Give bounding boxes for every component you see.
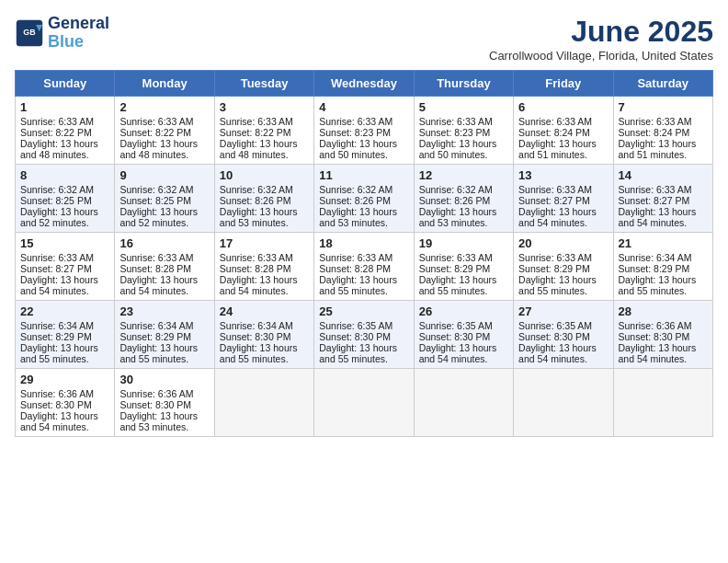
- month-title: June 2025: [489, 15, 713, 49]
- day-number: 14: [619, 168, 708, 182]
- day-number: 29: [20, 373, 109, 386]
- day-info: Sunrise: 6:33 AM Sunset: 8:23 PM Dayligh…: [419, 116, 508, 160]
- day-number: 12: [419, 168, 508, 182]
- calendar-cell: 25Sunrise: 6:35 AM Sunset: 8:30 PM Dayli…: [314, 301, 414, 369]
- logo-text-line1: General: [48, 15, 109, 33]
- logo-text-line2: Blue: [48, 33, 109, 52]
- day-info: Sunrise: 6:32 AM Sunset: 8:26 PM Dayligh…: [220, 184, 309, 228]
- calendar-cell: 27Sunrise: 6:35 AM Sunset: 8:30 PM Dayli…: [514, 301, 613, 369]
- calendar-cell: 6Sunrise: 6:33 AM Sunset: 8:24 PM Daylig…: [514, 97, 613, 165]
- calendar-cell: 21Sunrise: 6:34 AM Sunset: 8:29 PM Dayli…: [613, 233, 712, 301]
- calendar-cell: 19Sunrise: 6:33 AM Sunset: 8:29 PM Dayli…: [414, 233, 513, 301]
- day-number: 11: [319, 168, 408, 182]
- calendar-week-3: 15Sunrise: 6:33 AM Sunset: 8:27 PM Dayli…: [16, 233, 713, 301]
- calendar-cell: 8Sunrise: 6:32 AM Sunset: 8:25 PM Daylig…: [16, 165, 115, 233]
- day-number: 13: [518, 168, 608, 182]
- day-info: Sunrise: 6:35 AM Sunset: 8:30 PM Dayligh…: [319, 320, 408, 364]
- calendar-cell: [314, 369, 414, 437]
- calendar-cell: 7Sunrise: 6:33 AM Sunset: 8:24 PM Daylig…: [613, 97, 712, 165]
- calendar-table: SundayMondayTuesdayWednesdayThursdayFrid…: [15, 70, 713, 437]
- day-number: 17: [220, 236, 309, 250]
- calendar-cell: 28Sunrise: 6:36 AM Sunset: 8:30 PM Dayli…: [613, 301, 712, 369]
- weekday-header-tuesday: Tuesday: [214, 71, 313, 97]
- day-info: Sunrise: 6:33 AM Sunset: 8:29 PM Dayligh…: [518, 252, 608, 296]
- page-header: GB General Blue June 2025 Carrollwood Vi…: [15, 15, 713, 63]
- calendar-cell: 16Sunrise: 6:33 AM Sunset: 8:28 PM Dayli…: [115, 233, 214, 301]
- day-info: Sunrise: 6:33 AM Sunset: 8:28 PM Dayligh…: [319, 252, 408, 296]
- day-info: Sunrise: 6:33 AM Sunset: 8:22 PM Dayligh…: [119, 116, 209, 160]
- day-number: 22: [20, 304, 109, 318]
- weekday-header-friday: Friday: [514, 71, 613, 97]
- calendar-cell: [214, 369, 313, 437]
- calendar-cell: 11Sunrise: 6:32 AM Sunset: 8:26 PM Dayli…: [314, 165, 414, 233]
- day-number: 5: [419, 100, 508, 114]
- day-info: Sunrise: 6:33 AM Sunset: 8:23 PM Dayligh…: [319, 116, 408, 160]
- day-number: 23: [119, 304, 209, 318]
- day-info: Sunrise: 6:36 AM Sunset: 8:30 PM Dayligh…: [619, 320, 708, 364]
- day-number: 16: [119, 236, 209, 250]
- calendar-week-5: 29Sunrise: 6:36 AM Sunset: 8:30 PM Dayli…: [16, 369, 713, 437]
- calendar-cell: 20Sunrise: 6:33 AM Sunset: 8:29 PM Dayli…: [514, 233, 613, 301]
- calendar-cell: 1Sunrise: 6:33 AM Sunset: 8:22 PM Daylig…: [16, 97, 115, 165]
- day-info: Sunrise: 6:32 AM Sunset: 8:26 PM Dayligh…: [319, 184, 408, 228]
- day-number: 25: [319, 304, 408, 318]
- calendar-week-2: 8Sunrise: 6:32 AM Sunset: 8:25 PM Daylig…: [16, 165, 713, 233]
- calendar-cell: 23Sunrise: 6:34 AM Sunset: 8:29 PM Dayli…: [115, 301, 214, 369]
- day-info: Sunrise: 6:32 AM Sunset: 8:25 PM Dayligh…: [119, 184, 209, 228]
- day-number: 4: [319, 100, 408, 114]
- day-info: Sunrise: 6:34 AM Sunset: 8:29 PM Dayligh…: [20, 320, 109, 364]
- day-info: Sunrise: 6:33 AM Sunset: 8:24 PM Dayligh…: [619, 116, 708, 160]
- day-info: Sunrise: 6:33 AM Sunset: 8:28 PM Dayligh…: [119, 252, 209, 296]
- calendar-cell: [514, 369, 613, 437]
- calendar-cell: 14Sunrise: 6:33 AM Sunset: 8:27 PM Dayli…: [613, 165, 712, 233]
- day-info: Sunrise: 6:33 AM Sunset: 8:24 PM Dayligh…: [518, 116, 608, 160]
- day-number: 26: [419, 304, 508, 318]
- day-number: 6: [518, 100, 608, 114]
- day-number: 27: [518, 304, 608, 318]
- calendar-cell: 26Sunrise: 6:35 AM Sunset: 8:30 PM Dayli…: [414, 301, 513, 369]
- day-number: 7: [619, 100, 708, 114]
- calendar-cell: 24Sunrise: 6:34 AM Sunset: 8:30 PM Dayli…: [214, 301, 313, 369]
- day-number: 2: [119, 100, 209, 114]
- calendar-cell: 29Sunrise: 6:36 AM Sunset: 8:30 PM Dayli…: [16, 369, 115, 437]
- calendar-cell: 9Sunrise: 6:32 AM Sunset: 8:25 PM Daylig…: [115, 165, 214, 233]
- calendar-cell: 2Sunrise: 6:33 AM Sunset: 8:22 PM Daylig…: [115, 97, 214, 165]
- day-number: 15: [20, 236, 109, 250]
- day-info: Sunrise: 6:36 AM Sunset: 8:30 PM Dayligh…: [20, 388, 109, 432]
- calendar-cell: 17Sunrise: 6:33 AM Sunset: 8:28 PM Dayli…: [214, 233, 313, 301]
- calendar-cell: 10Sunrise: 6:32 AM Sunset: 8:26 PM Dayli…: [214, 165, 313, 233]
- day-info: Sunrise: 6:33 AM Sunset: 8:22 PM Dayligh…: [20, 116, 109, 160]
- day-info: Sunrise: 6:33 AM Sunset: 8:28 PM Dayligh…: [220, 252, 309, 296]
- calendar-cell: 22Sunrise: 6:34 AM Sunset: 8:29 PM Dayli…: [16, 301, 115, 369]
- calendar-cell: 5Sunrise: 6:33 AM Sunset: 8:23 PM Daylig…: [414, 97, 513, 165]
- day-info: Sunrise: 6:35 AM Sunset: 8:30 PM Dayligh…: [419, 320, 508, 364]
- logo: GB General Blue: [15, 15, 109, 52]
- calendar-cell: 30Sunrise: 6:36 AM Sunset: 8:30 PM Dayli…: [115, 369, 214, 437]
- calendar-cell: 13Sunrise: 6:33 AM Sunset: 8:27 PM Dayli…: [514, 165, 613, 233]
- day-number: 19: [419, 236, 508, 250]
- day-number: 24: [220, 304, 309, 318]
- day-info: Sunrise: 6:35 AM Sunset: 8:30 PM Dayligh…: [518, 320, 608, 364]
- calendar-cell: 4Sunrise: 6:33 AM Sunset: 8:23 PM Daylig…: [314, 97, 414, 165]
- day-info: Sunrise: 6:34 AM Sunset: 8:29 PM Dayligh…: [619, 252, 708, 296]
- title-block: June 2025 Carrollwood Village, Florida, …: [489, 15, 713, 63]
- day-number: 10: [220, 168, 309, 182]
- day-info: Sunrise: 6:34 AM Sunset: 8:30 PM Dayligh…: [220, 320, 309, 364]
- svg-text:GB: GB: [23, 28, 35, 37]
- day-number: 9: [119, 168, 209, 182]
- day-info: Sunrise: 6:32 AM Sunset: 8:25 PM Dayligh…: [20, 184, 109, 228]
- day-number: 18: [319, 236, 408, 250]
- calendar-week-1: 1Sunrise: 6:33 AM Sunset: 8:22 PM Daylig…: [16, 97, 713, 165]
- day-number: 20: [518, 236, 608, 250]
- day-info: Sunrise: 6:33 AM Sunset: 8:27 PM Dayligh…: [518, 184, 608, 228]
- weekday-header-thursday: Thursday: [414, 71, 513, 97]
- weekday-header-sunday: Sunday: [16, 71, 115, 97]
- calendar-cell: [613, 369, 712, 437]
- weekday-header-saturday: Saturday: [613, 71, 712, 97]
- day-info: Sunrise: 6:36 AM Sunset: 8:30 PM Dayligh…: [119, 388, 209, 432]
- calendar-header-row: SundayMondayTuesdayWednesdayThursdayFrid…: [16, 71, 713, 97]
- day-number: 30: [119, 373, 209, 386]
- calendar-cell: 18Sunrise: 6:33 AM Sunset: 8:28 PM Dayli…: [314, 233, 414, 301]
- day-number: 21: [619, 236, 708, 250]
- location: Carrollwood Village, Florida, United Sta…: [489, 49, 713, 63]
